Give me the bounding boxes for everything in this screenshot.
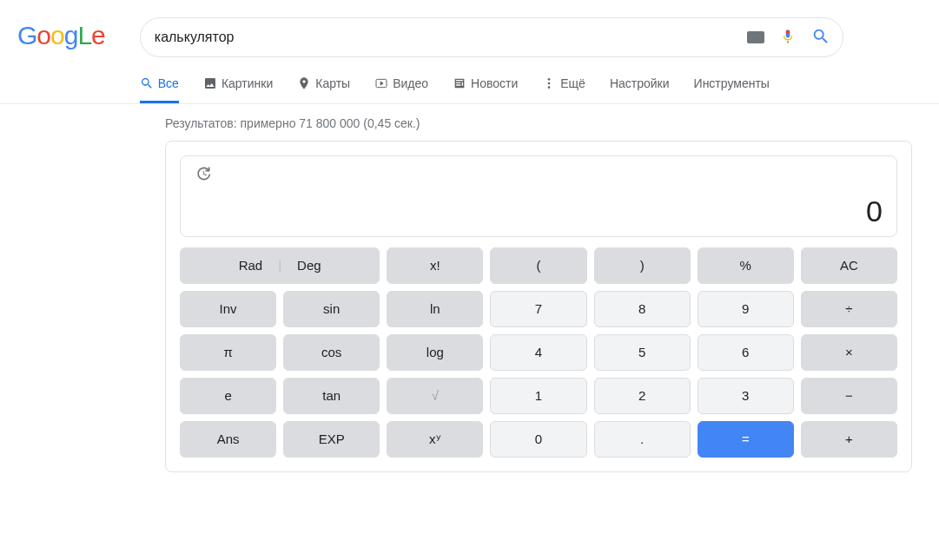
tab-tools[interactable]: Инструменты bbox=[694, 76, 770, 103]
ans-button[interactable]: Ans bbox=[180, 421, 276, 458]
keyboard-icon[interactable] bbox=[747, 31, 764, 43]
digit-8-button[interactable]: 8 bbox=[594, 291, 691, 327]
search-input[interactable] bbox=[153, 29, 747, 46]
digit-9-button[interactable]: 9 bbox=[698, 291, 794, 327]
calculator-keypad: Rad | Deg x! ( ) % AC Inv sin ln 7 8 9 ÷… bbox=[180, 247, 897, 458]
rad-label: Rad bbox=[239, 258, 263, 273]
tan-button[interactable]: tan bbox=[283, 378, 380, 414]
sqrt-button[interactable]: √ bbox=[387, 378, 483, 414]
plus-button[interactable]: + bbox=[801, 421, 897, 458]
decimal-button[interactable]: . bbox=[594, 421, 691, 458]
tab-settings[interactable]: Настройки bbox=[610, 76, 670, 103]
tab-label: Видео bbox=[393, 76, 428, 90]
digit-3-button[interactable]: 3 bbox=[698, 378, 794, 414]
tab-label: Инструменты bbox=[694, 76, 770, 90]
tab-label: Новости bbox=[471, 76, 518, 90]
clear-button[interactable]: AC bbox=[801, 247, 897, 284]
svg-point-1 bbox=[548, 78, 551, 81]
cos-button[interactable]: cos bbox=[283, 334, 380, 371]
digit-5-button[interactable]: 5 bbox=[594, 334, 691, 371]
image-icon bbox=[203, 76, 217, 90]
calculator-value: 0 bbox=[195, 194, 883, 229]
tab-label: Все bbox=[158, 76, 179, 90]
tab-news[interactable]: Новости bbox=[453, 76, 518, 103]
digit-0-button[interactable]: 0 bbox=[490, 421, 586, 458]
tab-all[interactable]: Все bbox=[140, 76, 179, 103]
search-bar bbox=[140, 17, 843, 57]
tab-maps[interactable]: Карты bbox=[297, 76, 350, 103]
digit-2-button[interactable]: 2 bbox=[594, 378, 691, 414]
tab-images[interactable]: Картинки bbox=[203, 76, 273, 103]
equals-button[interactable]: = bbox=[698, 421, 794, 458]
digit-6-button[interactable]: 6 bbox=[698, 334, 794, 371]
deg-label: Deg bbox=[297, 258, 321, 273]
search-tabs: Все Картинки Карты Видео bbox=[140, 76, 922, 103]
svg-point-2 bbox=[548, 82, 551, 85]
tab-more[interactable]: Ещё bbox=[542, 76, 585, 103]
tab-label: Картинки bbox=[222, 76, 273, 90]
tab-label: Ещё bbox=[560, 76, 585, 90]
calculator-display: 0 bbox=[180, 155, 897, 237]
calculator-card: 0 Rad | Deg x! ( ) % AC Inv sin ln 7 8 9… bbox=[165, 141, 912, 472]
sin-button[interactable]: sin bbox=[283, 291, 380, 327]
left-paren-button[interactable]: ( bbox=[490, 247, 586, 284]
factorial-button[interactable]: x! bbox=[387, 247, 483, 284]
log-button[interactable]: log bbox=[387, 334, 483, 371]
news-icon bbox=[453, 76, 466, 90]
play-icon bbox=[374, 76, 388, 90]
pi-button[interactable]: π bbox=[180, 334, 276, 371]
right-paren-button[interactable]: ) bbox=[594, 247, 691, 284]
power-button[interactable]: xʸ bbox=[387, 421, 483, 458]
digit-4-button[interactable]: 4 bbox=[490, 334, 586, 371]
inverse-button[interactable]: Inv bbox=[180, 291, 276, 327]
tab-label: Настройки bbox=[610, 76, 670, 90]
google-logo[interactable]: GoogLe bbox=[17, 21, 105, 50]
voice-search-icon[interactable] bbox=[780, 27, 796, 49]
svg-point-3 bbox=[548, 86, 551, 89]
result-stats: Результатов: примерно 71 800 000 (0,45 с… bbox=[165, 116, 922, 130]
separator: | bbox=[278, 258, 281, 273]
ln-button[interactable]: ln bbox=[387, 291, 483, 327]
tab-videos[interactable]: Видео bbox=[374, 76, 428, 103]
history-icon[interactable] bbox=[195, 171, 212, 185]
minus-button[interactable]: − bbox=[801, 378, 897, 414]
more-vertical-icon bbox=[542, 76, 556, 90]
exp-button[interactable]: EXP bbox=[283, 421, 380, 458]
digit-1-button[interactable]: 1 bbox=[490, 378, 586, 414]
search-icon[interactable] bbox=[811, 27, 830, 49]
search-small-icon bbox=[140, 76, 154, 90]
e-button[interactable]: e bbox=[180, 378, 276, 414]
map-pin-icon bbox=[297, 76, 311, 90]
multiply-button[interactable]: × bbox=[801, 334, 897, 371]
digit-7-button[interactable]: 7 bbox=[490, 291, 586, 327]
rad-deg-toggle[interactable]: Rad | Deg bbox=[180, 247, 380, 284]
tab-label: Карты bbox=[315, 76, 350, 90]
percent-button[interactable]: % bbox=[698, 247, 794, 284]
divide-button[interactable]: ÷ bbox=[801, 291, 897, 327]
